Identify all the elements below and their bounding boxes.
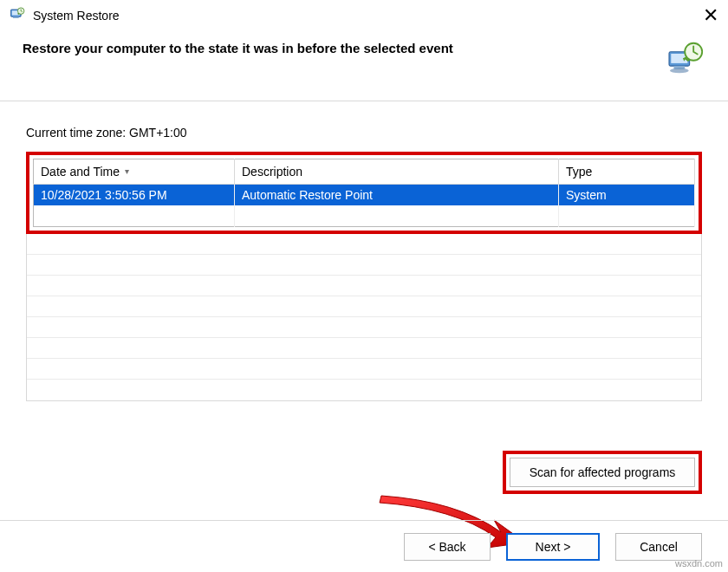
wizard-footer: < Back Next > Cancel [0, 520, 728, 572]
svg-rect-2 [13, 16, 19, 18]
scan-affected-programs-button[interactable]: Scan for affected programs [510, 458, 695, 487]
table-row[interactable] [34, 205, 695, 227]
system-restore-large-icon [667, 41, 705, 78]
restore-points-table[interactable]: Date and Time ▾ Description Type 10/28/2… [33, 159, 695, 227]
cancel-button[interactable]: Cancel [615, 533, 702, 561]
column-header-type[interactable]: Type [559, 159, 695, 185]
sort-descending-icon: ▾ [125, 166, 129, 176]
titlebar: System Restore ✕ [0, 0, 728, 29]
table-row[interactable]: 10/28/2021 3:50:56 PM Automatic Restore … [34, 185, 695, 206]
scan-button-highlight-box: Scan for affected programs [503, 451, 702, 494]
wizard-header: Restore your computer to the state it wa… [0, 29, 728, 87]
next-button[interactable]: Next > [506, 533, 600, 561]
column-header-type-label: Type [566, 165, 592, 179]
column-header-description-label: Description [242, 165, 302, 179]
back-button[interactable]: < Back [404, 533, 491, 561]
restore-points-table-empty-area [26, 234, 702, 401]
svg-point-7 [670, 68, 689, 73]
watermark: wsxdn.com [675, 558, 723, 569]
timezone-label: Current time zone: GMT+1:00 [26, 126, 702, 140]
cell-description: Automatic Restore Point [235, 185, 559, 206]
cell-datetime: 10/28/2021 3:50:56 PM [34, 185, 235, 206]
cell-type: System [559, 185, 695, 206]
system-restore-icon [9, 5, 26, 25]
wizard-body: Current time zone: GMT+1:00 Date and Tim… [0, 101, 728, 401]
window-title: System Restore [33, 9, 120, 23]
close-icon[interactable]: ✕ [702, 8, 719, 23]
column-header-datetime-label: Date and Time [41, 165, 120, 179]
restore-points-highlight-box: Date and Time ▾ Description Type 10/28/2… [26, 152, 702, 234]
wizard-headline: Restore your computer to the state it wa… [23, 41, 657, 55]
column-header-description[interactable]: Description [235, 159, 559, 185]
column-header-datetime[interactable]: Date and Time ▾ [34, 159, 235, 185]
